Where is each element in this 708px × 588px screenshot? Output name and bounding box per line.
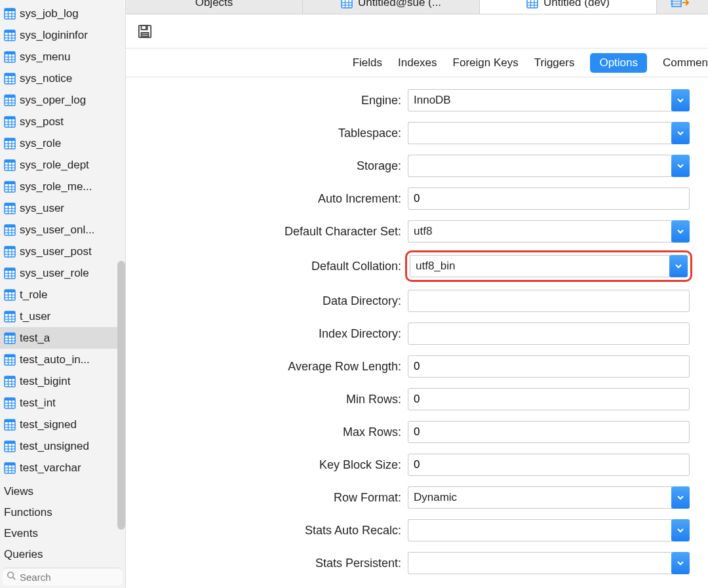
label-avg_row_length: Average Row Length: (126, 360, 408, 374)
sidebar-section-queries[interactable]: Queries (0, 544, 125, 565)
sidebar-table-sys_user_post[interactable]: sys_user_post (0, 241, 125, 262)
combo-default_charset[interactable]: utf8 (408, 220, 690, 243)
sidebar-table-test_int[interactable]: test_int (0, 392, 125, 414)
sidebar-table-test_signed[interactable]: test_signed (0, 414, 125, 435)
sidebar-sections: ViewsFunctionsEventsQueries (0, 481, 125, 565)
sidebar-table-sys_post[interactable]: sys_post (0, 111, 125, 132)
subnav-commen[interactable]: Commen (663, 56, 708, 69)
combo-input-stats_persistent[interactable] (408, 552, 672, 574)
sidebar-table-test_varchar[interactable]: test_varchar (0, 457, 125, 479)
combo-input-storage[interactable] (408, 155, 672, 177)
combo-button-default_collation[interactable] (669, 255, 688, 277)
combo-button-tablespace[interactable] (671, 122, 690, 144)
combo-button-engine[interactable] (671, 89, 690, 111)
input-min_rows[interactable] (408, 388, 690, 410)
combo-stats_persistent[interactable] (408, 552, 690, 574)
row-data-directory: Data Directory: (126, 290, 690, 312)
sidebar-table-test_a[interactable]: test_a (0, 327, 125, 349)
input-key_block_size[interactable] (408, 454, 690, 476)
sidebar-table-list: sys_job_logsys_logininforsys_menusys_not… (0, 0, 125, 481)
sidebar-table-test_bigint[interactable]: test_bigint (0, 370, 125, 392)
sidebar-table-sys_role[interactable]: sys_role (0, 132, 125, 154)
input-auto_increment[interactable] (408, 187, 690, 210)
svg-point-132 (8, 572, 14, 578)
label-default_collation: Default Collation: (126, 260, 408, 273)
sidebar-table-sys_role_dept[interactable]: sys_role_dept (0, 154, 125, 176)
sidebar-table-sys_user_role[interactable]: sys_user_role (0, 262, 125, 284)
input-data_directory[interactable] (408, 290, 690, 312)
subnav-fields[interactable]: Fields (353, 56, 382, 69)
chevron-down-icon (677, 494, 684, 501)
label-storage: Storage: (126, 159, 408, 173)
sidebar-table-sys_role_me-[interactable]: sys_role_me... (0, 176, 125, 197)
combo-input-stats_auto_recalc[interactable] (408, 519, 672, 541)
table-icon (4, 224, 16, 236)
sidebar-table-test_auto_in-[interactable]: test_auto_in... (0, 349, 125, 370)
combo-button-storage[interactable] (671, 155, 690, 177)
subnav-indexes[interactable]: Indexes (398, 56, 437, 69)
combo-input-tablespace[interactable] (408, 122, 672, 144)
sidebar-table-sys_job_log[interactable]: sys_job_log (0, 3, 125, 24)
combo-input-row_format[interactable]: Dynamic (408, 486, 672, 509)
combo-input-default_charset[interactable]: utf8 (408, 220, 672, 243)
combo-engine[interactable]: InnoDB (408, 89, 690, 111)
tab-0[interactable]: Objects (126, 0, 303, 14)
sidebar-table-test_unsigned[interactable]: test_unsigned (0, 435, 125, 457)
input-avg_row_length[interactable] (408, 355, 690, 378)
svg-rect-109 (5, 398, 15, 401)
save-button[interactable] (138, 24, 152, 39)
combo-tablespace[interactable] (408, 122, 690, 144)
subnav-triggers[interactable]: Triggers (534, 56, 575, 69)
svg-rect-140 (527, 0, 538, 8)
combo-default_collation[interactable]: utf8_bin (410, 255, 688, 277)
search-input[interactable] (20, 572, 119, 583)
sidebar-table-sys_logininfor[interactable]: sys_logininfor (0, 24, 125, 46)
sidebar-table-sys_menu[interactable]: sys_menu (0, 46, 125, 68)
sidebar-item-label: sys_user_role (20, 267, 89, 280)
sidebar-table-sys_notice[interactable]: sys_notice (0, 68, 125, 89)
svg-rect-67 (5, 246, 15, 249)
input-index_directory[interactable] (408, 323, 690, 345)
table-icon (4, 29, 16, 41)
label-tablespace: Tablespace: (126, 127, 408, 140)
svg-line-133 (13, 578, 16, 580)
combo-storage[interactable] (408, 155, 690, 177)
table-icon (4, 332, 16, 344)
sidebar-table-sys_user_onl-[interactable]: sys_user_onl... (0, 219, 125, 241)
tab-action-button[interactable] (657, 0, 703, 14)
svg-rect-43 (5, 160, 15, 163)
row-storage: Storage: (126, 155, 690, 177)
combo-button-stats_auto_recalc[interactable] (671, 519, 690, 541)
label-key_block_size: Key Block Size: (126, 458, 408, 472)
sidebar-item-label: test_bigint (20, 375, 71, 388)
sidebar-item-label: t_user (20, 310, 50, 323)
sidebar-section-functions[interactable]: Functions (0, 502, 125, 523)
svg-rect-152 (146, 26, 147, 29)
input-max_rows[interactable] (408, 421, 690, 443)
svg-rect-97 (5, 355, 15, 357)
table-icon (4, 397, 16, 409)
sidebar-section-events[interactable]: Events (0, 523, 125, 544)
svg-rect-115 (5, 420, 15, 422)
tab-2[interactable]: Untitled (dev) (480, 0, 657, 14)
combo-button-default_charset[interactable] (671, 220, 690, 243)
sidebar-section-views[interactable]: Views (0, 481, 125, 502)
combo-input-engine[interactable]: InnoDB (408, 89, 672, 111)
sidebar-search-box[interactable] (3, 568, 123, 585)
tab-1[interactable]: Untitled@sue (... (303, 0, 480, 14)
svg-rect-127 (5, 463, 15, 465)
subnav-foreign-keys[interactable]: Foreign Keys (453, 56, 519, 69)
sidebar-scrollbar[interactable] (117, 261, 125, 530)
combo-button-stats_persistent[interactable] (671, 552, 690, 574)
svg-rect-73 (5, 268, 15, 271)
sidebar-table-t_user[interactable]: t_user (0, 305, 125, 327)
table-icon (4, 462, 16, 474)
combo-row_format[interactable]: Dynamic (408, 486, 690, 509)
sidebar-table-sys_oper_log[interactable]: sys_oper_log (0, 89, 125, 111)
combo-input-default_collation[interactable]: utf8_bin (410, 255, 670, 277)
subnav-options[interactable]: Options (590, 53, 647, 73)
combo-stats_auto_recalc[interactable] (408, 519, 690, 541)
sidebar-table-t_role[interactable]: t_role (0, 284, 125, 305)
combo-button-row_format[interactable] (671, 486, 690, 509)
sidebar-table-sys_user[interactable]: sys_user (0, 197, 125, 219)
